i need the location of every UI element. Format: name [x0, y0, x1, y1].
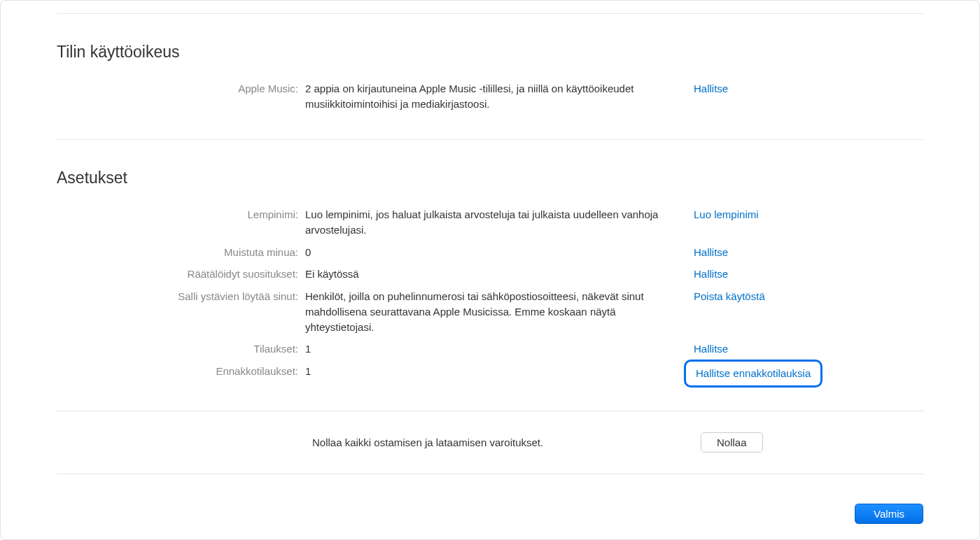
reset-warnings-text: Nollaa kaikki ostamisen ja lataamisen va…	[312, 435, 701, 450]
create-nickname-link[interactable]: Luo lempinimi	[694, 208, 759, 220]
label-nickname: Lempinimi:	[57, 207, 305, 222]
value-personalized: Ei käytössä	[305, 267, 694, 282]
section-title-settings: Asetukset	[57, 140, 923, 204]
reset-button[interactable]: Nollaa	[701, 432, 763, 453]
label-remind-me: Muistuta minua:	[57, 245, 305, 260]
value-allow-friends: Henkilöt, joilla on puhelinnumerosi tai …	[305, 289, 694, 334]
row-personalized-recommendations: Räätälöidyt suositukset: Ei käytössä Hal…	[57, 263, 923, 285]
value-remind-me: 0	[305, 245, 694, 260]
disable-friends-link[interactable]: Poista käytöstä	[694, 290, 765, 302]
value-nickname: Luo lempinimi, jos haluat julkaista arvo…	[305, 207, 694, 238]
section-account-access: Tilin käyttöoikeus Apple Music: 2 appia …	[57, 14, 923, 115]
label-apple-music: Apple Music:	[57, 81, 305, 97]
value-apple-music: 2 appia on kirjautuneina Apple Music ‑ti…	[305, 81, 694, 112]
manage-subscriptions-link[interactable]: Hallitse	[694, 343, 728, 355]
section-settings: Asetukset Lempinimi: Luo lempinimi, jos …	[57, 140, 923, 474]
label-allow-friends: Salli ystävien löytää sinut:	[57, 289, 305, 304]
row-preorders: Ennakkotilaukset: 1 Hallitse ennakkotila…	[57, 360, 923, 387]
row-allow-friends: Salli ystävien löytää sinut: Henkilöt, j…	[57, 285, 923, 338]
divider	[57, 474, 923, 474]
manage-preorders-link[interactable]: Hallitse ennakkotilauksia	[696, 367, 811, 379]
row-nickname: Lempinimi: Luo lempinimi, jos haluat jul…	[57, 204, 923, 241]
label-personalized: Räätälöidyt suositukset:	[57, 267, 305, 282]
manage-remind-link[interactable]: Hallitse	[694, 246, 728, 258]
label-subscriptions: Tilaukset:	[57, 341, 305, 357]
row-apple-music: Apple Music: 2 appia on kirjautuneina Ap…	[57, 78, 923, 115]
account-settings-panel: Tilin käyttöoikeus Apple Music: 2 appia …	[0, 0, 980, 540]
row-subscriptions: Tilaukset: 1 Hallitse	[57, 338, 923, 360]
footer: Valmis	[855, 504, 923, 524]
manage-apple-music-link[interactable]: Hallitse	[694, 83, 728, 94]
value-preorders: 1	[305, 364, 694, 379]
row-reset-warnings: Nollaa kaikki ostamisen ja lataamisen va…	[57, 411, 923, 474]
section-title-access: Tilin käyttöoikeus	[57, 14, 923, 78]
label-preorders: Ennakkotilaukset:	[57, 364, 305, 379]
value-subscriptions: 1	[305, 341, 694, 357]
done-button[interactable]: Valmis	[855, 504, 923, 524]
row-remind-me: Muistuta minua: 0 Hallitse	[57, 241, 923, 264]
highlight-manage-preorders: Hallitse ennakkotilauksia	[684, 360, 822, 388]
manage-personalized-link[interactable]: Hallitse	[694, 268, 728, 280]
